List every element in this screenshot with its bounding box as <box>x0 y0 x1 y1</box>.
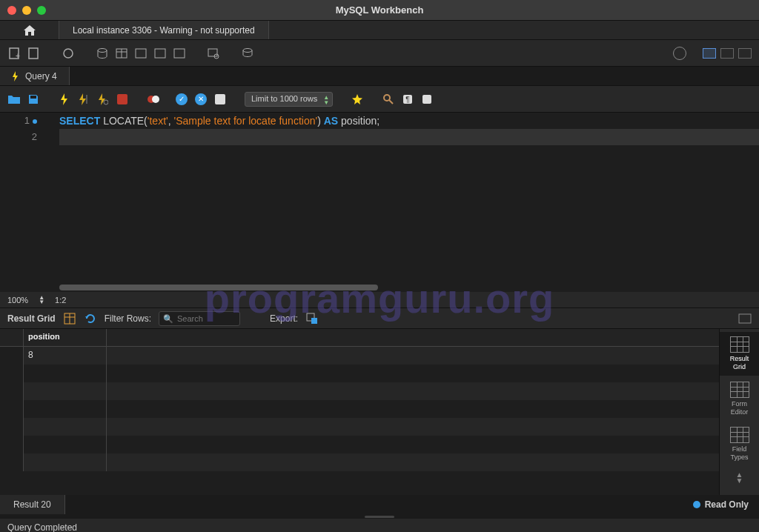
table-row <box>0 400 719 418</box>
row-limit-value: Limit to 1000 rows <box>251 94 317 103</box>
zoom-bar: 100% ▲▼ 1:2 <box>0 292 759 308</box>
minimize-window-button[interactable] <box>22 6 31 15</box>
row-limit-select[interactable]: Limit to 1000 rows ▲▼ <box>245 92 333 107</box>
home-icon <box>23 24 36 36</box>
app-title: MySQL Workbench <box>336 4 424 16</box>
toggle-autocommit-button[interactable] <box>147 93 160 106</box>
wrap-button[interactable] <box>420 93 434 106</box>
svg-rect-10 <box>174 49 185 58</box>
reconnect-button[interactable] <box>240 46 255 61</box>
read-only-icon <box>693 501 700 508</box>
close-window-button[interactable] <box>7 6 16 15</box>
home-button[interactable] <box>0 21 59 39</box>
save-file-button[interactable] <box>27 93 40 106</box>
main-toolbar: + <box>0 40 759 67</box>
refresh-button[interactable] <box>84 312 97 325</box>
create-function-button[interactable] <box>172 46 187 61</box>
svg-rect-14 <box>30 96 36 99</box>
svg-point-18 <box>152 96 159 103</box>
toggle-bottom-panel-button[interactable] <box>720 48 734 59</box>
top-tabs: Local instance 3306 - Warning - not supp… <box>0 21 759 40</box>
query-toolbar: ✓ ✕ Limit to 1000 rows ▲▼ ¶ <box>0 86 759 113</box>
results-area: position 8 ▶ ResultGridFormEditorFieldTy… <box>0 329 759 495</box>
grid-config-button[interactable] <box>63 312 76 325</box>
svg-rect-11 <box>208 49 217 56</box>
side-scroll-buttons[interactable]: ▲▼ <box>736 472 743 484</box>
filter-label: Filter Rows: <box>105 313 151 324</box>
editor-gutter: 12 <box>0 113 42 145</box>
toggle-right-panel-button[interactable] <box>738 48 752 59</box>
connection-tab[interactable]: Local instance 3306 - Warning - not supp… <box>59 21 269 39</box>
result-grid[interactable]: position 8 <box>0 329 719 495</box>
settings-button[interactable] <box>673 47 686 60</box>
filter-wrap: 🔍 <box>159 311 240 326</box>
open-sql-button[interactable] <box>27 46 42 61</box>
find-button[interactable] <box>382 93 395 106</box>
zoom-ratio: 1:2 <box>55 296 66 305</box>
explain-button[interactable] <box>96 93 110 106</box>
svg-point-16 <box>104 100 108 104</box>
create-schema-button[interactable] <box>95 46 110 61</box>
export-button[interactable] <box>305 312 319 325</box>
query-tab[interactable]: Query 4 <box>0 67 70 85</box>
wrap-cell-button[interactable] <box>738 312 752 325</box>
query-tab-label: Query 4 <box>25 71 57 82</box>
toggle-invisible-button[interactable]: ¶ <box>401 93 414 106</box>
table-row <box>0 436 719 453</box>
stepper-icon: ▲▼ <box>323 95 329 105</box>
table-row <box>0 365 719 382</box>
create-procedure-button[interactable] <box>153 46 168 61</box>
svg-point-4 <box>98 48 107 52</box>
stop-button[interactable] <box>116 93 129 106</box>
x-icon: ✕ <box>195 93 207 105</box>
read-only-label: Read Only <box>705 499 749 510</box>
sql-editor[interactable]: 12 SELECT LOCATE('text', 'Sample text fo… <box>0 113 759 292</box>
status-text: Query Completed <box>7 522 77 532</box>
search-table-button[interactable] <box>206 46 221 61</box>
create-view-button[interactable] <box>133 46 148 61</box>
execute-current-button[interactable] <box>77 93 90 106</box>
zoom-pct: 100% <box>7 296 28 305</box>
svg-rect-24 <box>422 95 431 104</box>
export-label: Export: <box>270 313 298 324</box>
result-toolbar: Result Grid Filter Rows: 🔍 Export: <box>0 308 759 329</box>
zoom-window-button[interactable] <box>37 6 46 15</box>
svg-rect-8 <box>136 49 146 58</box>
result-tabs: Result 20 Read Only <box>0 495 759 514</box>
result-tab[interactable]: Result 20 <box>0 495 65 514</box>
editor-content[interactable]: SELECT LOCATE('text', 'Sample text for l… <box>59 113 759 145</box>
grid-body: 8 <box>0 347 719 471</box>
rollback-button[interactable]: ✕ <box>194 93 208 106</box>
side-form-editor[interactable]: FormEditor <box>720 377 759 421</box>
svg-rect-2 <box>29 48 38 59</box>
new-sql-tab-button[interactable]: + <box>7 46 22 61</box>
table-row <box>0 418 719 436</box>
horizontal-scrollbar[interactable] <box>59 285 378 290</box>
side-result-grid[interactable]: ResultGrid <box>720 332 759 376</box>
toggle-whitespace-button[interactable] <box>213 93 227 106</box>
open-file-button[interactable] <box>7 93 21 106</box>
table-row <box>0 382 719 400</box>
svg-rect-9 <box>155 49 165 58</box>
svg-point-3 <box>64 49 73 58</box>
bolt-icon <box>12 71 19 82</box>
table-row: 8 <box>0 347 719 365</box>
create-table-button[interactable] <box>114 46 129 61</box>
side-field-types[interactable]: FieldTypes <box>720 422 759 466</box>
status-bar: Query Completed <box>0 519 759 532</box>
result-side-panel: ▶ ResultGridFormEditorFieldTypes▲▼ <box>719 329 759 495</box>
execute-button[interactable] <box>58 93 71 106</box>
commit-button[interactable]: ✓ <box>175 93 188 106</box>
svg-rect-29 <box>311 318 317 324</box>
toggle-left-panel-button[interactable] <box>703 48 716 59</box>
svg-text:+: + <box>16 52 20 60</box>
zoom-stepper[interactable]: ▲▼ <box>39 296 44 305</box>
inspector-button[interactable] <box>61 46 76 61</box>
result-grid-label: Result Grid <box>7 313 56 324</box>
svg-text:¶: ¶ <box>406 96 410 104</box>
beautify-button[interactable] <box>351 93 364 106</box>
window-controls <box>7 6 46 15</box>
stop-icon <box>117 94 127 104</box>
svg-line-21 <box>389 100 393 104</box>
svg-point-20 <box>384 95 390 101</box>
